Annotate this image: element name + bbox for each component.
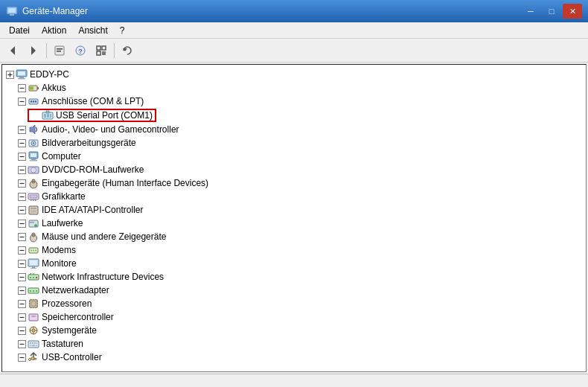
- akkus-icon: [28, 82, 39, 94]
- svg-point-112: [36, 290, 37, 292]
- svg-marker-40: [30, 125, 35, 134]
- close-button[interactable]: ✕: [563, 4, 582, 19]
- expand-hid[interactable]: [16, 177, 28, 189]
- expand-bildverarb[interactable]: [16, 137, 28, 149]
- expand-monitore[interactable]: [16, 258, 28, 269]
- expand-gpu[interactable]: [16, 191, 28, 202]
- svg-rect-6: [57, 48, 63, 50]
- svg-rect-51: [30, 160, 37, 161]
- toolbar-separator-2: [114, 43, 115, 58]
- menu-aktion[interactable]: Aktion: [36, 24, 72, 37]
- tree-item-gpu[interactable]: Grafikkarte: [2, 190, 586, 203]
- menu-ansicht[interactable]: Ansicht: [72, 24, 113, 37]
- svg-point-56: [33, 170, 34, 171]
- maximize-button[interactable]: □: [542, 4, 561, 19]
- menu-datei[interactable]: Datei: [3, 24, 36, 37]
- tree-item-bildverarb[interactable]: Bildverarbeitungsgeräte: [2, 136, 586, 150]
- netzwerk-label: Netzwerkadapter: [42, 285, 109, 295]
- expand-netzwerk[interactable]: [16, 284, 28, 296]
- expand-akkus[interactable]: [16, 82, 28, 94]
- tree-item-network-infra[interactable]: Network Infrastructure Devices: [2, 270, 586, 284]
- expand-laufwerke[interactable]: [16, 217, 28, 229]
- svg-rect-35: [47, 114, 49, 118]
- ide-label: IDE ATA/ATAPI-Controller: [42, 205, 143, 215]
- laufwerke-icon: [28, 217, 39, 229]
- svg-rect-68: [33, 199, 34, 201]
- expand-speicher[interactable]: [16, 311, 28, 323]
- expand-tastaturen[interactable]: [16, 338, 28, 350]
- tree-item-laufwerke[interactable]: Laufwerke: [2, 217, 586, 230]
- expand-dvd[interactable]: [16, 164, 28, 176]
- svg-point-31: [33, 100, 34, 102]
- expand-root[interactable]: [4, 68, 16, 80]
- refresh-button[interactable]: [118, 42, 137, 60]
- tree-item-tastaturen[interactable]: Tastaturen: [2, 337, 586, 351]
- forward-button[interactable]: [24, 42, 43, 60]
- tree-item-usb-controller[interactable]: USB-Controller: [2, 351, 586, 364]
- svg-rect-143: [30, 342, 31, 344]
- expand-system[interactable]: [16, 324, 28, 336]
- tree-item-modems[interactable]: Modems: [2, 243, 586, 257]
- tree-item-system[interactable]: Systemgeräte: [2, 324, 586, 337]
- menu-help[interactable]: ?: [114, 24, 131, 37]
- network-infra-label: Network Infrastructure Devices: [42, 272, 164, 282]
- modems-label: Modems: [42, 245, 76, 255]
- back-button[interactable]: [3, 42, 22, 60]
- tree-item-speicher[interactable]: Speichercontroller: [2, 310, 586, 324]
- svg-rect-13: [102, 51, 106, 55]
- svg-rect-73: [31, 208, 36, 209]
- svg-rect-21: [18, 78, 25, 80]
- svg-rect-116: [31, 301, 36, 306]
- expand-ide[interactable]: [16, 204, 28, 216]
- expand-maeuse[interactable]: [16, 231, 28, 243]
- help-button[interactable]: ?: [71, 42, 90, 60]
- expand-usb[interactable]: [31, 109, 42, 121]
- anschluesse-icon: [28, 95, 39, 107]
- svg-point-104: [36, 277, 37, 278]
- tree-item-anschluesse[interactable]: Anschlüsse (COM & LPT): [2, 95, 586, 108]
- svg-point-135: [32, 329, 35, 332]
- ide-icon: [28, 204, 39, 216]
- device-tree-container[interactable]: EDDY-PC Akkus: [1, 64, 587, 372]
- properties-button[interactable]: [50, 42, 69, 60]
- scan-button[interactable]: [92, 42, 111, 60]
- anschluesse-label: Anschlüsse (COM & LPT): [42, 96, 144, 106]
- title-bar: Geräte-Manager ─ □ ✕: [0, 0, 588, 22]
- hid-label: Eingabegeräte (Human Interface Devices): [42, 178, 208, 188]
- minimize-button[interactable]: ─: [521, 4, 540, 19]
- tree-item-usb-serial-container[interactable]: USB Serial Port (COM1): [2, 108, 586, 123]
- expand-audio[interactable]: [16, 124, 28, 135]
- modems-icon: [28, 244, 39, 256]
- svg-rect-50: [31, 159, 36, 160]
- tree-item-ide[interactable]: IDE ATA/ATAPI-Controller: [2, 203, 586, 217]
- tree-item-akkus[interactable]: Akkus: [2, 81, 586, 95]
- svg-rect-80: [30, 222, 34, 223]
- svg-rect-97: [32, 266, 35, 268]
- tree-item-maeuse[interactable]: Mäuse und andere Zeigegeräte: [2, 230, 586, 243]
- tree-item-monitore[interactable]: Monitore: [2, 257, 586, 270]
- expand-computer[interactable]: [16, 150, 28, 162]
- tree-item-dvd[interactable]: DVD/CD-ROM-Laufwerke: [2, 163, 586, 176]
- svg-rect-149: [36, 345, 38, 347]
- svg-rect-7: [57, 51, 61, 52]
- svg-rect-34: [44, 114, 46, 118]
- tree-item-prozessoren[interactable]: Prozessoren: [2, 297, 586, 310]
- tree-root[interactable]: EDDY-PC: [2, 68, 586, 81]
- laufwerke-label: Laufwerke: [42, 218, 83, 228]
- expand-modems[interactable]: [16, 244, 28, 256]
- bildverarb-label: Bildverarbeitungsgeräte: [42, 138, 136, 148]
- svg-point-103: [33, 277, 34, 278]
- expand-anschluesse[interactable]: [16, 95, 28, 107]
- svg-rect-11: [102, 46, 106, 50]
- tree-item-netzwerk[interactable]: Netzwerkadapter: [2, 284, 586, 297]
- expand-prozessoren[interactable]: [16, 298, 28, 310]
- device-tree: EDDY-PC Akkus: [2, 65, 586, 367]
- expand-network-infra[interactable]: [16, 271, 28, 283]
- system-icon: [28, 324, 39, 336]
- gpu-icon: [28, 191, 39, 202]
- tree-item-computer[interactable]: Computer: [2, 150, 586, 163]
- computer-item-label: Computer: [42, 151, 81, 161]
- tree-item-hid[interactable]: Eingabegeräte (Human Interface Devices): [2, 176, 586, 190]
- tree-item-audio[interactable]: Audio-, Video- und Gamecontroller: [2, 123, 586, 136]
- expand-usb-controller[interactable]: [16, 351, 28, 363]
